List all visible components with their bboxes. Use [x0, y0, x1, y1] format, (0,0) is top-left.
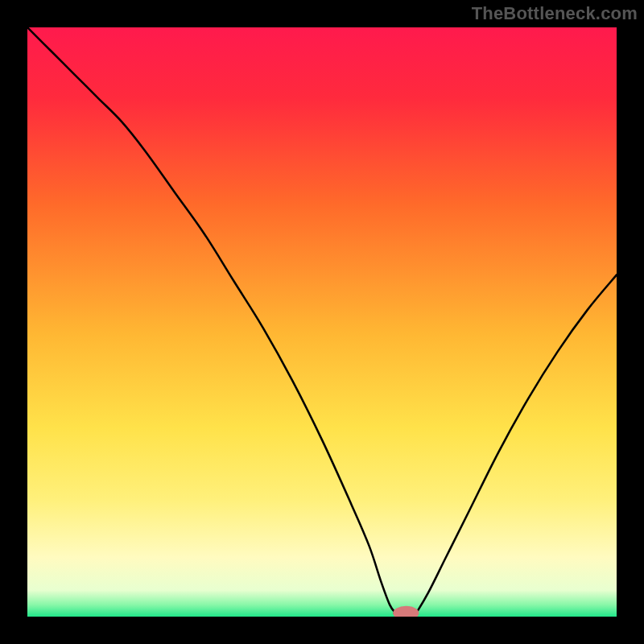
chart-svg [27, 27, 617, 617]
chart-container: TheBottleneck.com [0, 0, 644, 644]
watermark-text: TheBottleneck.com [472, 3, 638, 24]
plot-area [27, 27, 617, 617]
